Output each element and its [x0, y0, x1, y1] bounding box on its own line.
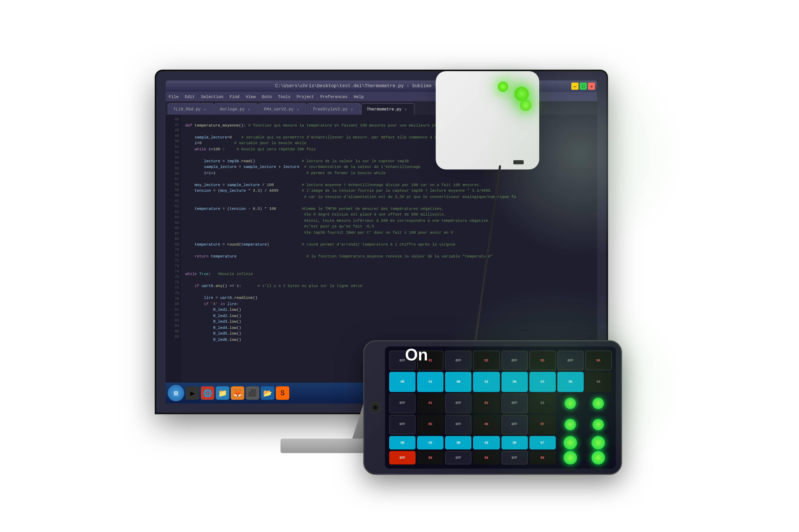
phone-btn-off-r3[interactable]: OFF — [501, 350, 528, 370]
phone-btn-off-r2b[interactable]: OFF — [445, 393, 472, 413]
phone-btn-off-r8b[interactable]: OFF — [445, 451, 472, 464]
phone-btn-r3b: R3 — [529, 393, 555, 413]
phone-btn-g6[interactable]: G6 — [473, 436, 500, 450]
phone-screen: OFF R1 OFF R2 OFF R3 OFF R4 ON G1 ON G2 … — [385, 346, 616, 469]
phone-btn-off-r6[interactable]: OFF — [445, 415, 472, 435]
tab-tl10[interactable]: TL10_RGd.py ✕ — [168, 103, 214, 115]
menu-tools[interactable]: Tools — [278, 94, 290, 99]
phone-camera — [369, 402, 381, 413]
tab-freestyle[interactable]: freeStyleV2.py ✕ — [307, 103, 360, 115]
phone-btn-g7[interactable]: G7 — [529, 436, 555, 450]
phone-btn-r2-label: R2 — [473, 350, 500, 370]
taskbar-icon-sublime[interactable]: S — [276, 386, 289, 400]
menu-view[interactable]: View — [246, 94, 255, 99]
phone-btn-g2[interactable]: G2 — [473, 372, 500, 392]
tab-pm4[interactable]: PM4_serV2.py ✕ — [258, 103, 307, 115]
taskbar-icon-ie[interactable]: 🌐 — [201, 386, 214, 400]
green-led-1 — [514, 87, 529, 101]
phone-green-glow-7 — [557, 451, 584, 464]
phone-btn-r3-label: R3 — [529, 350, 555, 370]
code-line: R_led3.low() — [185, 319, 593, 325]
taskbar-icon-app[interactable]: ⬛ — [246, 386, 259, 400]
phone-btn-off-r5[interactable]: OFF — [389, 415, 416, 435]
phone-btn-g3[interactable]: G3 — [529, 372, 555, 392]
phone-btn-on-g4[interactable]: ON — [557, 372, 584, 392]
phone-green-glow-3 — [557, 415, 584, 435]
phone-btn-r7: R7 — [529, 415, 555, 435]
code-line — [185, 236, 593, 242]
phone-btn-off-r8[interactable]: OFF — [389, 451, 416, 464]
menu-edit[interactable]: Edit — [185, 94, 194, 99]
code-line: tension = (moy_lecture * 3.3) / 4095 # l… — [185, 188, 593, 194]
maximize-button[interactable]: □ — [579, 82, 587, 90]
phone-btn-r5: R5 — [417, 415, 443, 435]
code-line: #Ainsi, toute mesure inférieur à 500 mv … — [185, 218, 593, 224]
windows-icon: ⊞ — [174, 388, 178, 397]
code-line: moy_lecture = sample_lecture / 100 # lec… — [185, 182, 593, 188]
menu-help[interactable]: Help — [354, 94, 363, 99]
scene: C:\Users\chris\Desktop\test.del\Thermome… — [0, 0, 799, 532]
menu-preferences[interactable]: Preferences — [320, 94, 348, 99]
phone-btn-on-g5[interactable]: ON — [389, 436, 416, 450]
taskbar-icon-firefox[interactable]: 🦊 — [231, 386, 244, 400]
phone-btn-off-r2[interactable]: OFF — [445, 350, 472, 370]
phone-btn-r9: R9 — [529, 451, 555, 464]
phone-btn-on-g7[interactable]: ON — [501, 436, 528, 450]
phone-btn-off-r1b[interactable]: OFF — [389, 393, 416, 413]
menu-file[interactable]: File — [169, 94, 178, 99]
tab-close-icon[interactable]: ✕ — [350, 107, 355, 111]
taskbar-icon-folder2[interactable]: 📂 — [261, 386, 274, 400]
start-button[interactable]: ⊞ — [168, 385, 184, 401]
code-line — [185, 248, 593, 253]
code-line: R_led1.low() — [185, 307, 593, 313]
phone-green-glow-6 — [585, 436, 612, 450]
phone-btn-on-g3[interactable]: ON — [501, 372, 528, 392]
minimize-button[interactable]: — — [571, 82, 578, 90]
tab-close-icon[interactable]: ✕ — [204, 107, 208, 111]
phone-btn-r4-label: R4 — [585, 350, 612, 370]
menu-goto[interactable]: Goto — [262, 94, 272, 99]
inner-scene: C:\Users\chris\Desktop\test.del\Thermome… — [115, 51, 684, 490]
code-line: while True: #boucle infinie — [185, 271, 593, 278]
tab-horloge[interactable]: Horloge.py ✕ — [214, 103, 258, 115]
phone-btn-on-g1[interactable]: ON — [389, 372, 416, 392]
phone-green-glow-8 — [585, 451, 612, 464]
code-line — [185, 176, 593, 182]
tab-close-icon[interactable]: ✕ — [297, 107, 301, 111]
code-line — [185, 200, 593, 206]
tab-close-icon-active[interactable]: ✕ — [405, 107, 409, 111]
title-bar-buttons: — □ ✕ — [571, 82, 595, 90]
menu-find[interactable]: Find — [229, 94, 239, 99]
code-line: R_led4.low() — [185, 325, 593, 331]
menu-selection[interactable]: Selection — [201, 94, 223, 99]
phone-green-glow-2 — [585, 393, 612, 413]
phone-green-glow-4 — [585, 415, 612, 435]
menu-project[interactable]: Project — [297, 94, 314, 99]
phone-btn-r8: R8 — [417, 451, 443, 464]
phone-body: OFF R1 OFF R2 OFF R3 OFF R4 ON G1 ON G2 … — [363, 340, 622, 475]
glowing-cube — [436, 71, 550, 175]
code-line: if uart6.any() >= 1: # s'il y a 2 bytes … — [185, 283, 593, 289]
tab-thermometre[interactable]: Thermometre.py ✕ — [361, 103, 414, 115]
phone-btn-g5[interactable]: G5 — [417, 436, 443, 450]
on-badge: On — [405, 345, 428, 365]
code-line — [185, 260, 593, 265]
code-line: # car la tension d'alimentation est de 3… — [185, 194, 593, 200]
phone-btn-off-r7[interactable]: OFF — [501, 415, 528, 435]
phone-btn-on-g2[interactable]: ON — [445, 372, 472, 392]
phone-btn-on-g6[interactable]: ON — [445, 436, 472, 450]
close-button[interactable]: ✕ — [588, 82, 595, 90]
tab-close-icon[interactable]: ✕ — [248, 107, 252, 111]
phone-btn-off-r4[interactable]: OFF — [557, 350, 584, 370]
code-line: if 'X' in lire: — [185, 301, 593, 307]
phone-btn-off-r3b[interactable]: OFF — [501, 393, 528, 413]
phone-btn-r6: R6 — [473, 415, 500, 435]
code-line — [185, 278, 593, 283]
taskbar-icon-folder[interactable]: 📁 — [216, 386, 229, 400]
code-line: temperature = (tension - 0.5) * 100 #Com… — [185, 206, 593, 212]
phone-green-glow-1 — [557, 393, 584, 413]
phone-btn-g4: G4 — [585, 372, 612, 392]
phone-btn-off-r9[interactable]: OFF — [501, 451, 528, 464]
taskbar-icon-media[interactable]: ▶ — [186, 386, 199, 400]
phone-btn-g1[interactable]: G1 — [417, 372, 443, 392]
